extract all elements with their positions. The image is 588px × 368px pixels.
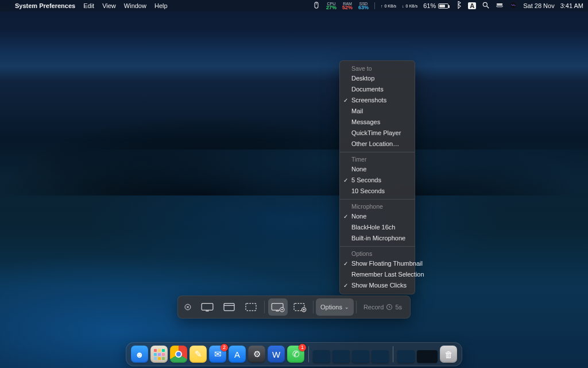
svg-point-19: [303, 309, 305, 310]
options-menu-item[interactable]: Screenshots: [340, 95, 415, 106]
menubar-date[interactable]: Sat 28 Nov: [523, 2, 554, 9]
chevron-down-icon: ⌄: [345, 304, 349, 310]
dock-minimized-window[interactable]: [372, 350, 389, 363]
dock-badge: 2: [220, 344, 228, 351]
menu-help[interactable]: Help: [154, 2, 168, 9]
svg-rect-10: [224, 304, 234, 311]
screenshot-record-button[interactable]: Record 5s: [359, 304, 407, 310]
toolbar-separator: [264, 301, 265, 313]
dock-separator: [393, 346, 393, 362]
svg-rect-12: [246, 304, 256, 311]
dock-badge: 1: [299, 344, 306, 351]
dock-app-finder[interactable]: ☻: [131, 346, 148, 363]
ssd-stat[interactable]: SSD63%: [358, 2, 369, 10]
screenshot-toolbar: Options⌄ Record 5s: [177, 296, 411, 319]
capture-entire-screen-button[interactable]: [198, 298, 217, 316]
battery-icon: [438, 3, 448, 9]
control-center-icon[interactable]: [496, 1, 504, 10]
options-menu-item[interactable]: Messages: [340, 117, 415, 128]
options-menu-item[interactable]: Mail: [340, 106, 415, 117]
svg-line-3: [487, 6, 489, 9]
dock-app-appstore[interactable]: A: [229, 346, 246, 363]
toolbar-separator: [356, 301, 357, 313]
dock-minimized-window[interactable]: [332, 350, 350, 363]
options-menu-item[interactable]: Show Floating Thumbnail: [340, 258, 415, 269]
dock-app-word[interactable]: W: [268, 346, 285, 363]
menubar-divider: [374, 2, 375, 9]
record-selection-button[interactable]: [290, 298, 310, 316]
svg-point-2: [483, 2, 488, 6]
net-up-stat[interactable]: ↑0 KB/s: [381, 4, 396, 8]
menubar-time[interactable]: 3:41 AM: [560, 2, 583, 9]
options-section-title: Timer: [340, 155, 415, 164]
ram-stat[interactable]: RAM52%: [342, 2, 353, 10]
options-menu-item[interactable]: BlackHole 16ch: [340, 222, 415, 233]
siri-icon[interactable]: [509, 1, 517, 10]
options-menu-item[interactable]: None: [340, 164, 415, 175]
dock-app-system-preferences[interactable]: ⚙: [248, 346, 265, 363]
dock-app-mail[interactable]: ✉2: [209, 346, 226, 363]
dock-minimized-window[interactable]: [352, 350, 369, 363]
options-menu-item[interactable]: None: [340, 211, 415, 222]
svg-rect-9: [206, 310, 208, 311]
capture-selection-button[interactable]: [241, 298, 261, 316]
options-section-title: Microphone: [340, 202, 415, 211]
dock-app-launchpad[interactable]: [150, 346, 168, 363]
svg-rect-14: [276, 310, 278, 311]
app-menu[interactable]: System Preferences: [15, 2, 75, 9]
toolbar-separator: [313, 301, 314, 313]
spotlight-icon[interactable]: [482, 1, 490, 10]
bluetooth-icon[interactable]: [454, 1, 462, 10]
options-menu-item[interactable]: Desktop: [340, 73, 415, 84]
menu-edit[interactable]: Edit: [83, 2, 94, 9]
dock: ☻✎✉2A⚙W✆1🗑: [0, 342, 588, 366]
options-menu-item[interactable]: QuickTime Player: [340, 128, 415, 139]
options-menu-item[interactable]: Built-in Microphone: [340, 233, 415, 244]
input-source-icon[interactable]: A: [468, 2, 476, 9]
svg-rect-8: [202, 304, 213, 310]
options-menu-item[interactable]: 10 Seconds: [340, 186, 415, 197]
options-section-title: Options: [340, 249, 415, 258]
options-section-title: Save to: [340, 64, 415, 73]
svg-point-16: [281, 309, 283, 310]
capture-window-button[interactable]: [219, 298, 239, 316]
dock-app-chrome[interactable]: [170, 346, 187, 363]
battery-status[interactable]: 61%: [423, 2, 448, 9]
mouse-status-icon[interactable]: [312, 1, 320, 10]
screenshot-options-menu: Save toDesktopDocumentsScreenshotsMailMe…: [339, 60, 415, 294]
svg-rect-5: [497, 6, 503, 7]
options-menu-item[interactable]: Show Mouse Clicks: [340, 280, 415, 291]
options-menu-item[interactable]: Documents: [340, 84, 415, 95]
dock-app-messages[interactable]: ✆1: [287, 346, 304, 363]
menu-view[interactable]: View: [102, 2, 116, 9]
dock-trash[interactable]: 🗑: [440, 346, 457, 363]
screenshot-close-button[interactable]: [181, 301, 194, 313]
options-menu-item[interactable]: 5 Seconds: [340, 175, 415, 186]
cpu-stat[interactable]: CPU27%: [326, 2, 336, 10]
options-menu-item[interactable]: Remember Last Selection: [340, 269, 415, 280]
svg-rect-4: [497, 3, 503, 5]
screenshot-options-button[interactable]: Options⌄: [316, 298, 354, 316]
dock-minimized-window[interactable]: [313, 350, 330, 363]
record-entire-screen-button[interactable]: [268, 298, 288, 316]
dock-app-notes[interactable]: ✎: [189, 346, 207, 363]
dock-downloads-stack[interactable]: [417, 350, 438, 363]
dock-separator: [308, 346, 309, 362]
dock-screenshots-stack[interactable]: [397, 350, 415, 363]
menu-window[interactable]: Window: [124, 2, 146, 9]
menubar: System Preferences Edit View Window Help…: [0, 0, 588, 12]
net-down-stat[interactable]: ↓0 KB/s: [402, 4, 417, 8]
options-menu-item[interactable]: Other Location…: [340, 139, 415, 150]
